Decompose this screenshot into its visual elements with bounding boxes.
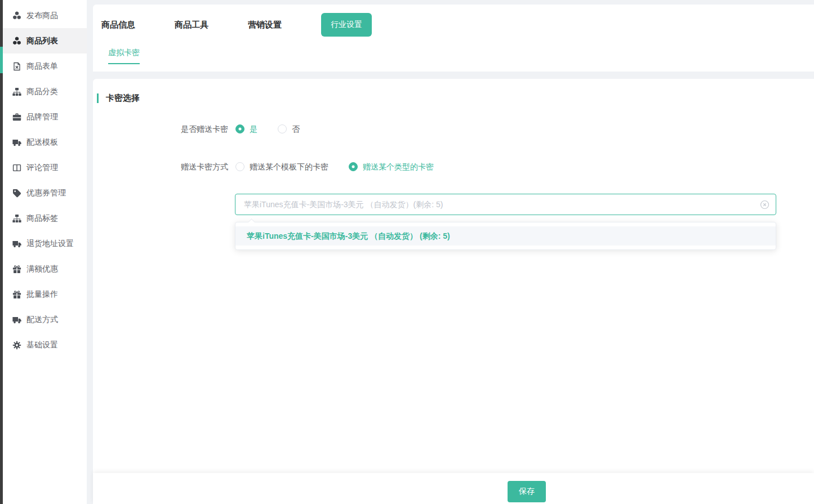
tabs-card: 商品信息商品工具营销设置行业设置 虚拟卡密 bbox=[93, 5, 814, 72]
gift-method-label: 赠送卡密方式 bbox=[93, 162, 228, 171]
truck-icon bbox=[12, 315, 21, 324]
radio-unchecked-icon[interactable] bbox=[235, 162, 244, 171]
gear-icon bbox=[12, 341, 21, 350]
left-rail bbox=[0, 0, 3, 504]
truck-icon bbox=[12, 239, 21, 248]
sidebar-item-brand-management[interactable]: 品牌管理 bbox=[3, 104, 87, 130]
sidebar-item-label: 商品表单 bbox=[26, 61, 58, 72]
file-excel-icon bbox=[12, 62, 21, 71]
save-button[interactable]: 保存 bbox=[508, 481, 546, 502]
gift-icon bbox=[12, 290, 21, 299]
tab-industry-settings[interactable]: 行业设置 bbox=[321, 13, 372, 37]
sidebar-item-label: 商品分类 bbox=[26, 87, 58, 97]
tag-icon bbox=[12, 189, 21, 198]
sidebar-item-label: 评论管理 bbox=[26, 163, 58, 173]
app-root: 发布商品商品列表商品表单商品分类品牌管理配送模板评论管理优惠券管理商品标签退货地… bbox=[0, 0, 814, 504]
cubes-icon bbox=[12, 37, 21, 46]
radio-checked-icon[interactable] bbox=[349, 162, 358, 171]
content-card: 卡密选择 是否赠送卡密 是否 赠送卡密方式 赠送某个模板下的卡密赠送某个类型的卡… bbox=[93, 79, 814, 504]
sidebar-item-coupon-management[interactable]: 优惠券管理 bbox=[3, 180, 87, 206]
tabs-row: 商品信息商品工具营销设置行业设置 bbox=[101, 14, 372, 36]
sidebar-item-label: 品牌管理 bbox=[26, 112, 58, 122]
gift-method-option-2[interactable]: 赠送某个类型的卡密 bbox=[349, 162, 434, 171]
sidebar-item-label: 配送模板 bbox=[26, 137, 58, 148]
sidebar-item-label: 发布商品 bbox=[26, 11, 58, 21]
scrollbar-thumb[interactable] bbox=[0, 47, 3, 73]
dropdown-option-1[interactable]: 苹果iTunes充值卡-美国市场-3美元 （自动发货） (剩余: 5) bbox=[235, 226, 776, 246]
sidebar-item-product-tags[interactable]: 商品标签 bbox=[3, 206, 87, 231]
truck-icon bbox=[12, 138, 21, 147]
sidebar-item-comment-management[interactable]: 评论管理 bbox=[3, 155, 87, 180]
sidebar: 发布商品商品列表商品表单商品分类品牌管理配送模板评论管理优惠券管理商品标签退货地… bbox=[3, 0, 87, 504]
gift-question-option-1[interactable]: 是 bbox=[235, 124, 257, 133]
gift-question-label: 是否赠送卡密 bbox=[93, 124, 228, 133]
radio-option-label: 赠送某个类型的卡密 bbox=[363, 162, 434, 171]
sidebar-item-label: 商品标签 bbox=[26, 213, 58, 224]
radio-option-label: 是 bbox=[250, 124, 257, 133]
footer-bar: 保存 bbox=[93, 473, 814, 504]
sidebar-item-label: 商品列表 bbox=[26, 36, 58, 46]
radio-option-label: 赠送某个模板下的卡密 bbox=[250, 162, 328, 171]
sidebar-item-full-discount[interactable]: 满额优惠 bbox=[3, 256, 87, 282]
section-title: 卡密选择 bbox=[106, 93, 140, 104]
card-key-select-input[interactable] bbox=[235, 194, 776, 215]
section-accent-bar bbox=[97, 93, 99, 103]
gift-question-option-2[interactable]: 否 bbox=[278, 124, 300, 133]
sitemap-icon bbox=[12, 214, 21, 223]
gift-method-radio-group: 赠送某个模板下的卡密赠送某个类型的卡密 bbox=[235, 162, 434, 171]
circle-close-icon[interactable] bbox=[760, 200, 769, 209]
sidebar-item-basic-settings[interactable]: 基础设置 bbox=[3, 332, 87, 358]
sidebar-item-return-address-settings[interactable]: 退货地址设置 bbox=[3, 231, 87, 256]
sidebar-item-publish-product[interactable]: 发布商品 bbox=[3, 3, 87, 28]
sidebar-item-delivery-method[interactable]: 配送方式 bbox=[3, 307, 87, 332]
sidebar-item-product-category[interactable]: 商品分类 bbox=[3, 79, 87, 104]
sitemap-icon bbox=[12, 87, 21, 96]
radio-checked-icon[interactable] bbox=[235, 124, 244, 133]
gift-icon bbox=[12, 265, 21, 274]
card-key-select[interactable] bbox=[235, 194, 776, 215]
sidebar-item-product-form[interactable]: 商品表单 bbox=[3, 53, 87, 79]
tab-product-info[interactable]: 商品信息 bbox=[101, 20, 135, 30]
radio-option-label: 否 bbox=[292, 124, 300, 133]
sidebar-item-delivery-template[interactable]: 配送模板 bbox=[3, 130, 87, 155]
sidebar-item-label: 批量操作 bbox=[26, 289, 58, 300]
gift-question-radio-group: 是否 bbox=[235, 124, 300, 133]
sidebar-item-label: 优惠券管理 bbox=[26, 188, 66, 198]
subtab-virtual-card-key[interactable]: 虚拟卡密 bbox=[108, 48, 140, 64]
sidebar-item-batch-operations[interactable]: 批量操作 bbox=[3, 282, 87, 307]
section-header: 卡密选择 bbox=[97, 93, 140, 104]
sidebar-item-label: 配送方式 bbox=[26, 315, 58, 325]
sidebar-item-label: 基础设置 bbox=[26, 340, 58, 350]
columns-icon bbox=[12, 163, 21, 172]
sidebar-item-label: 退货地址设置 bbox=[26, 239, 74, 249]
gift-method-option-1[interactable]: 赠送某个模板下的卡密 bbox=[235, 162, 328, 171]
card-key-dropdown: 苹果iTunes充值卡-美国市场-3美元 （自动发货） (剩余: 5) bbox=[235, 222, 776, 250]
tab-product-tools[interactable]: 商品工具 bbox=[175, 20, 208, 30]
sidebar-item-product-list[interactable]: 商品列表 bbox=[3, 28, 87, 53]
sidebar-item-label: 满额优惠 bbox=[26, 264, 58, 274]
dropdown-arrow bbox=[248, 218, 255, 226]
tab-marketing-settings[interactable]: 营销设置 bbox=[248, 20, 282, 30]
radio-unchecked-icon[interactable] bbox=[278, 124, 287, 133]
briefcase-icon bbox=[12, 113, 21, 122]
cubes-icon bbox=[12, 11, 21, 20]
